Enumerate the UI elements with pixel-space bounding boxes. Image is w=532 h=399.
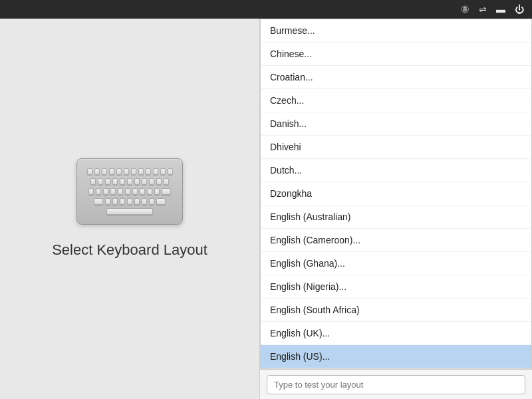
- list-item[interactable]: English (Cameroon)...: [261, 229, 531, 252]
- key: [149, 178, 154, 185]
- list-item[interactable]: English (Ghana)...: [261, 252, 531, 275]
- key: [160, 168, 166, 175]
- list-item[interactable]: English (Nigeria)...: [261, 275, 531, 299]
- key: [102, 168, 107, 175]
- key: [142, 198, 147, 205]
- key: [120, 178, 125, 185]
- key: [138, 168, 144, 175]
- key: [132, 188, 138, 195]
- key: [147, 188, 152, 195]
- key-row-5: [106, 208, 153, 215]
- key: [109, 168, 114, 175]
- key: [146, 168, 151, 175]
- key: [127, 178, 132, 185]
- key: [127, 198, 132, 205]
- key: [112, 178, 118, 185]
- list-item[interactable]: Dutch...: [261, 159, 531, 182]
- key: [149, 198, 154, 205]
- language-list[interactable]: Burmese...Chinese...Croatian...Czech...D…: [260, 19, 532, 369]
- key-row-2: [90, 178, 169, 185]
- key: [131, 168, 136, 175]
- list-item[interactable]: English (UK)...: [261, 322, 531, 345]
- key: [142, 178, 147, 185]
- list-item[interactable]: Burmese...: [261, 19, 531, 43]
- power-icon[interactable]: ⏻: [515, 4, 524, 15]
- left-panel: Select Keyboard Layout: [0, 19, 259, 399]
- keyboard-graphic: [76, 158, 183, 225]
- key-row-1: [87, 168, 173, 175]
- test-layout-input[interactable]: [267, 375, 525, 394]
- list-item[interactable]: Dhivehi: [261, 136, 531, 159]
- key: [168, 168, 173, 175]
- key: [105, 198, 110, 205]
- list-item[interactable]: Danish...: [261, 112, 531, 136]
- key: [90, 178, 96, 185]
- accessibility-icon[interactable]: ⑧: [461, 4, 469, 15]
- key: [156, 198, 166, 205]
- key: [156, 178, 162, 185]
- wifi-icon[interactable]: ⇌: [479, 4, 487, 15]
- key: [134, 198, 140, 205]
- key: [153, 168, 158, 175]
- key: [118, 188, 123, 195]
- key-row-3: [88, 188, 171, 195]
- battery-icon[interactable]: ▬: [496, 4, 505, 15]
- key: [105, 178, 110, 185]
- key: [112, 198, 118, 205]
- list-item[interactable]: Czech...: [261, 89, 531, 112]
- key: [162, 188, 171, 195]
- key: [124, 168, 129, 175]
- key: [116, 168, 122, 175]
- key: [164, 178, 169, 185]
- key: [87, 168, 92, 175]
- key: [98, 178, 103, 185]
- key: [94, 198, 103, 205]
- key: [88, 188, 94, 195]
- page-title: Select Keyboard Layout: [52, 241, 207, 260]
- list-item[interactable]: Dzongkha: [261, 182, 531, 205]
- key: [125, 188, 130, 195]
- spacebar-key: [106, 208, 153, 215]
- key-row-4: [94, 198, 166, 205]
- right-panel: Burmese...Chinese...Croatian...Czech...D…: [259, 19, 532, 399]
- list-item[interactable]: English (Australian): [261, 205, 531, 229]
- key: [103, 188, 108, 195]
- main-content: Select Keyboard Layout Burmese...Chinese…: [0, 19, 532, 399]
- list-item[interactable]: English (US)...: [261, 345, 531, 368]
- key: [140, 188, 145, 195]
- menu-bar: ⑧ ⇌ ▬ ⏻: [0, 0, 532, 19]
- key: [94, 168, 100, 175]
- list-item[interactable]: Croatian...: [261, 66, 531, 89]
- key: [96, 188, 101, 195]
- test-input-container: [260, 369, 532, 399]
- key: [134, 178, 140, 185]
- list-item[interactable]: English (South Africa): [261, 299, 531, 322]
- list-item[interactable]: Chinese...: [261, 43, 531, 66]
- key: [110, 188, 116, 195]
- key: [154, 188, 160, 195]
- key: [120, 198, 125, 205]
